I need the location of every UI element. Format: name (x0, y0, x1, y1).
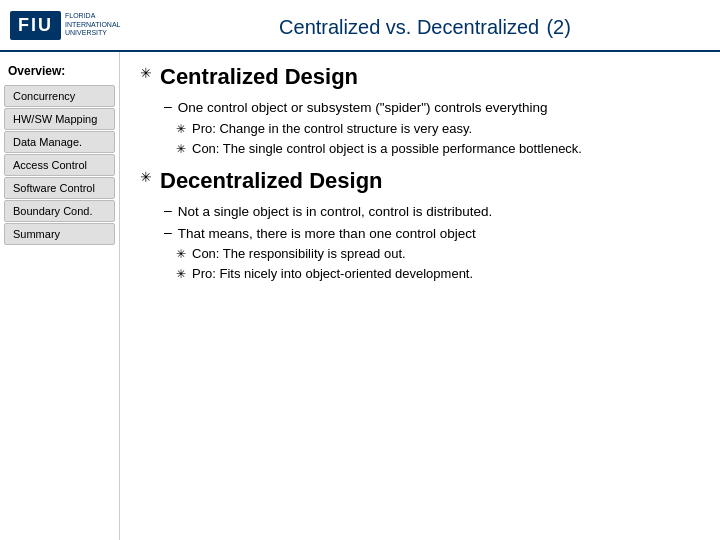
sidebar-item-concurrency[interactable]: Concurrency (4, 85, 115, 107)
decentralized-pro: ✳ Pro: Fits nicely into object-oriented … (176, 265, 700, 283)
decentralized-desc1: Not a single object is in control, contr… (178, 202, 492, 222)
decentralized-dash1: – Not a single object is in control, con… (164, 202, 700, 222)
main-layout: Overview: Concurrency HW/SW Mapping Data… (0, 52, 720, 540)
section-decentralized: ✳ Decentralized Design – Not a single ob… (140, 168, 700, 284)
sidebar-item-summary[interactable]: Summary (4, 223, 115, 245)
sidebar: Overview: Concurrency HW/SW Mapping Data… (0, 52, 120, 540)
sub-bullet-star-2: ✳ (176, 142, 186, 156)
logo-text: FIU (10, 11, 61, 40)
dash-icon-2: – (164, 202, 172, 218)
centralized-con-text: Con: The single control object is a poss… (192, 140, 582, 158)
title-suffix: (2) (546, 16, 570, 38)
centralized-desc: One control object or subsystem ("spider… (178, 98, 548, 118)
centralized-title-row: ✳ Centralized Design (140, 64, 700, 96)
sidebar-item-data-manage[interactable]: Data Manage. (4, 131, 115, 153)
dash-icon-3: – (164, 224, 172, 240)
centralized-pro-text: Pro: Change in the control structure is … (192, 120, 472, 138)
sub-bullet-star-4: ✳ (176, 267, 186, 281)
sidebar-item-access-control[interactable]: Access Control (4, 154, 115, 176)
decentralized-pro-text: Pro: Fits nicely into object-oriented de… (192, 265, 473, 283)
sidebar-item-software-control[interactable]: Software Control (4, 177, 115, 199)
decentralized-con-text: Con: The responsibility is spread out. (192, 245, 406, 263)
sidebar-item-boundary-cond[interactable]: Boundary Cond. (4, 200, 115, 222)
centralized-title: Centralized Design (160, 64, 358, 90)
decentralized-title: Decentralized Design (160, 168, 383, 194)
header: FIU FLORIDA INTERNATIONAL UNIVERSITY Cen… (0, 0, 720, 52)
dash-icon-1: – (164, 98, 172, 114)
decentralized-desc2: That means, there is more than one contr… (178, 224, 476, 244)
decentralized-dash2: – That means, there is more than one con… (164, 224, 700, 244)
centralized-con: ✳ Con: The single control object is a po… (176, 140, 700, 158)
page-title: Centralized vs. Decentralized (2) (140, 10, 710, 41)
overview-label: Overview: (0, 60, 119, 84)
section-centralized: ✳ Centralized Design – One control objec… (140, 64, 700, 158)
title-main: Centralized vs. Decentralized (279, 16, 539, 38)
decentralized-con: ✳ Con: The responsibility is spread out. (176, 245, 700, 263)
decentralized-title-row: ✳ Decentralized Design (140, 168, 700, 200)
bullet-star-1: ✳ (140, 65, 152, 81)
centralized-pro: ✳ Pro: Change in the control structure i… (176, 120, 700, 138)
sub-bullet-star-1: ✳ (176, 122, 186, 136)
logo-area: FIU FLORIDA INTERNATIONAL UNIVERSITY (10, 11, 140, 40)
content-area: ✳ Centralized Design – One control objec… (120, 52, 720, 540)
sidebar-item-hwsw[interactable]: HW/SW Mapping (4, 108, 115, 130)
sub-bullet-star-3: ✳ (176, 247, 186, 261)
centralized-dash1: – One control object or subsystem ("spid… (164, 98, 700, 118)
bullet-star-2: ✳ (140, 169, 152, 185)
logo-sub: FLORIDA INTERNATIONAL UNIVERSITY (65, 12, 140, 37)
